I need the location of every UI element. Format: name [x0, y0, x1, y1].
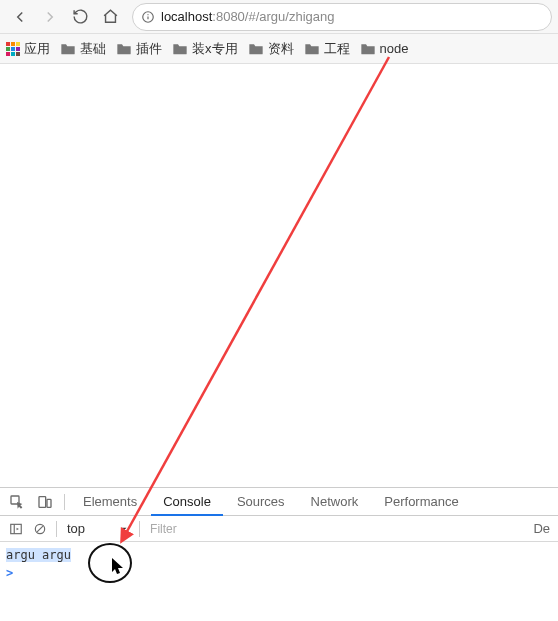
bookmark-label: 基础 [80, 40, 106, 58]
context-label: top [67, 521, 85, 536]
sidebar-icon [9, 522, 23, 536]
inspect-icon [9, 494, 25, 510]
forward-button[interactable] [36, 3, 64, 31]
console-prompt[interactable]: > [6, 564, 552, 582]
svg-rect-4 [39, 496, 46, 507]
clear-console-button[interactable] [28, 517, 52, 541]
tab-performance[interactable]: Performance [372, 488, 470, 516]
console-controls: top De [0, 516, 558, 542]
info-icon [141, 10, 155, 24]
folder-icon [172, 42, 188, 56]
console-log-line: argu argu [6, 546, 552, 564]
home-button[interactable] [96, 3, 124, 31]
folder-icon [116, 42, 132, 56]
bookmark-folder[interactable]: 装x专用 [172, 40, 238, 58]
device-icon [37, 494, 53, 510]
context-select[interactable]: top [61, 521, 135, 536]
separator [64, 494, 65, 510]
clear-icon [33, 522, 47, 536]
tab-elements[interactable]: Elements [71, 488, 149, 516]
reload-button[interactable] [66, 3, 94, 31]
bookmark-label: 插件 [136, 40, 162, 58]
console-output: argu argu > [0, 542, 558, 586]
tab-network[interactable]: Network [299, 488, 371, 516]
svg-line-10 [125, 57, 389, 535]
home-icon [102, 8, 119, 25]
folder-icon [248, 42, 264, 56]
separator [56, 521, 57, 537]
arrow-right-icon [41, 8, 59, 26]
svg-line-9 [37, 526, 43, 532]
console-sidebar-button[interactable] [4, 517, 28, 541]
reload-icon [72, 8, 89, 25]
svg-point-2 [147, 14, 148, 15]
bookmark-label: node [380, 41, 409, 56]
svg-rect-6 [11, 524, 22, 533]
separator [139, 521, 140, 537]
folder-icon [60, 42, 76, 56]
apps-label: 应用 [24, 40, 50, 58]
apps-bookmark[interactable]: 应用 [6, 40, 50, 58]
default-levels[interactable]: De [533, 521, 550, 536]
folder-icon [360, 42, 376, 56]
bookmark-folder[interactable]: 基础 [60, 40, 106, 58]
address-bar[interactable]: localhost:8080/#/argu/zhigang [132, 3, 552, 31]
tab-console[interactable]: Console [151, 488, 223, 516]
bookmark-folder[interactable]: 插件 [116, 40, 162, 58]
bookmark-label: 工程 [324, 40, 350, 58]
devtools-tabs: Elements Console Sources Network Perform… [0, 488, 558, 516]
svg-rect-5 [47, 499, 51, 507]
bookmark-label: 资料 [268, 40, 294, 58]
chevron-down-icon [119, 524, 129, 534]
device-toggle-button[interactable] [32, 489, 58, 515]
browser-toolbar: localhost:8080/#/argu/zhigang [0, 0, 558, 34]
arrow-left-icon [11, 8, 29, 26]
filter-input[interactable] [150, 519, 533, 539]
folder-icon [304, 42, 320, 56]
bookmark-folder[interactable]: 工程 [304, 40, 350, 58]
bookmark-folder[interactable]: 资料 [248, 40, 294, 58]
bookmark-label: 装x专用 [192, 40, 238, 58]
bookmark-folder[interactable]: node [360, 41, 409, 56]
tab-sources[interactable]: Sources [225, 488, 297, 516]
apps-grid-icon [6, 42, 20, 56]
devtools-panel: Elements Console Sources Network Perform… [0, 487, 558, 621]
back-button[interactable] [6, 3, 34, 31]
url-text: localhost:8080/#/argu/zhigang [161, 9, 334, 24]
bookmarks-bar: 应用 基础 插件 装x专用 资料 工程 node [0, 34, 558, 64]
inspect-element-button[interactable] [4, 489, 30, 515]
